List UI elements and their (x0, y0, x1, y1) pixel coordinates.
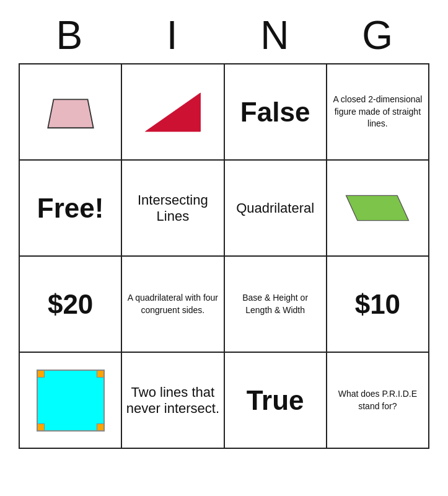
table-row: Two lines that never intersect. True Wha… (19, 352, 429, 448)
cell-base-height: Base & Height or Length & Width (224, 256, 327, 352)
pride-label: What does P.R.I.D.E stand for? (338, 389, 417, 411)
quadrilateral-definition: A quadrilateral with four congruent side… (128, 293, 218, 315)
table-row: Free! Intersecting Lines Quadrilateral (19, 160, 429, 256)
trapezoid-icon (37, 94, 105, 131)
cell-false: False (224, 64, 327, 160)
quadrilateral-label: Quadrilateral (236, 200, 314, 216)
cell-pride: What does P.R.I.D.E stand for? (327, 352, 429, 448)
bingo-grid: False A closed 2-dimensional figure made… (19, 63, 429, 449)
svg-marker-0 (48, 99, 93, 128)
cell-trapezoid (19, 64, 121, 160)
table-row: False A closed 2-dimensional figure made… (19, 64, 429, 160)
header-letter-n: N (224, 12, 327, 58)
table-row: $20 A quadrilateral with four congruent … (19, 256, 429, 352)
intersecting-lines-label: Intersecting Lines (138, 192, 208, 224)
cell-free: Free! (19, 160, 121, 256)
base-height-label: Base & Height or Length & Width (242, 293, 308, 315)
corner-br (97, 423, 104, 431)
triangle-icon (142, 87, 204, 137)
cell-intersecting-lines: Intersecting Lines (121, 160, 224, 256)
true-label: True (247, 385, 304, 415)
bingo-header: B I N G (19, 6, 429, 63)
twenty-dollar-label: $20 (48, 289, 93, 319)
parallelogram-icon (343, 191, 411, 225)
corner-tl (37, 370, 45, 378)
header-letter-i: I (121, 12, 224, 58)
cell-cyan-rect (19, 352, 121, 448)
cell-polygon-def: A closed 2-dimensional figure made of st… (327, 64, 429, 160)
header-letter-b: B (19, 12, 121, 58)
polygon-definition: A closed 2-dimensional figure made of st… (333, 94, 422, 128)
cyan-rectangle-icon (37, 370, 105, 432)
cell-quad-def: A quadrilateral with four congruent side… (121, 256, 224, 352)
cell-red-triangle (121, 64, 224, 160)
cell-parallelogram (327, 160, 429, 256)
header-letter-g: G (327, 12, 429, 58)
parallel-lines-label: Two lines that never intersect. (126, 384, 219, 416)
ten-dollar-label: $10 (355, 289, 400, 319)
cell-parallel-lines: Two lines that never intersect. (121, 352, 224, 448)
corner-bl (37, 423, 45, 431)
cell-20-dollars: $20 (19, 256, 121, 352)
cell-quadrilateral: Quadrilateral (224, 160, 327, 256)
corner-tr (97, 370, 104, 378)
svg-marker-1 (145, 92, 200, 131)
svg-marker-2 (346, 195, 409, 220)
free-label: Free! (37, 193, 104, 223)
false-label: False (240, 97, 310, 127)
cell-10-dollars: $10 (327, 256, 429, 352)
cell-true: True (224, 352, 327, 448)
